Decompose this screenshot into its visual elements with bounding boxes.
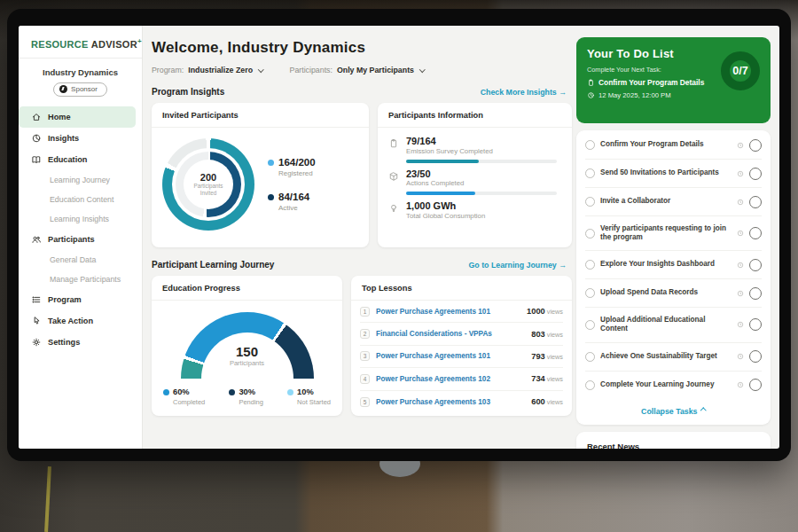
task-open-button[interactable] <box>749 318 762 331</box>
chevron-up-icon <box>701 408 707 413</box>
clock-icon <box>737 321 744 328</box>
task-row-upload-educational-content[interactable]: Upload Additional Educational Content <box>585 308 762 342</box>
dashboard-screen: RESOURCE ADVISOR+ Industry Dynamics Spon… <box>19 26 779 449</box>
learning-journey-header: Participant Learning Journey Go to Learn… <box>152 260 576 270</box>
gear-icon <box>31 337 42 348</box>
clock-icon <box>587 91 595 99</box>
sponsor-icon <box>59 85 67 93</box>
page-title: Welcome, Industry Dynamics <box>152 39 576 57</box>
clock-icon <box>737 381 744 388</box>
legend-item-pending: 30% Pending <box>229 387 263 406</box>
task-list-card: Confirm Your Program Details Send 50 Inv… <box>576 130 771 425</box>
task-checkbox[interactable] <box>585 288 595 298</box>
lesson-link[interactable]: Power Purchase Agreements 101 <box>376 308 520 316</box>
card-title: Top Lessons <box>351 276 572 301</box>
task-row-invite-collaborator[interactable]: Invite a Collaborator <box>585 188 762 216</box>
clock-icon <box>737 170 744 177</box>
rank-badge: 4 <box>360 374 370 384</box>
lesson-link[interactable]: Power Purchase Agreements 103 <box>376 398 525 406</box>
org-name: Industry Dynamics <box>19 67 142 77</box>
todo-panel: Your To Do List Complete Your Next Task:… <box>576 37 771 449</box>
go-to-learning-journey-link[interactable]: Go to Learning Journey → <box>469 261 567 270</box>
participants-select[interactable]: Participants: Only My Participants <box>290 66 425 74</box>
clipboard-icon <box>587 79 595 87</box>
card-title: Participants Information <box>378 103 572 128</box>
task-checkbox[interactable] <box>585 168 595 178</box>
task-checkbox[interactable] <box>585 380 595 390</box>
actions-completed-progress-bar <box>406 192 557 195</box>
sidebar-item-manage-participants[interactable]: Manage Participants <box>19 270 142 289</box>
task-open-button[interactable] <box>749 196 762 208</box>
pending-dot <box>229 389 235 395</box>
clock-icon <box>737 199 744 206</box>
lesson-link[interactable]: Financial Considerations - VPPAs <box>376 330 525 338</box>
rank-badge: 3 <box>360 351 370 361</box>
gauge-center-value: 150 <box>181 344 314 359</box>
rank-badge: 2 <box>360 329 370 339</box>
sidebar-item-insights[interactable]: Insights <box>19 128 142 149</box>
program-select[interactable]: Program: Industrialize Zero <box>152 66 263 74</box>
list-icon <box>31 294 42 305</box>
donut-center-value: 200 <box>200 172 216 183</box>
education-progress-card: Education Progress 150 Participants 60 <box>152 276 342 416</box>
task-row-verify-participants[interactable]: Verify participants requesting to join t… <box>585 216 762 251</box>
registered-dot <box>268 160 274 166</box>
donut-legend: 164/200 Registered 84/164 Active <box>268 157 316 212</box>
sidebar-item-general-data[interactable]: General Data <box>19 250 142 270</box>
task-open-button[interactable] <box>749 227 762 239</box>
learning-cards-row: Education Progress 150 Participants 60 <box>152 276 576 416</box>
recent-news-title: Recent News <box>587 442 760 449</box>
participants-icon <box>31 234 42 245</box>
task-open-button[interactable] <box>749 168 762 180</box>
participants-label: Participants: <box>290 66 332 74</box>
clock-icon <box>737 230 744 237</box>
collapse-tasks-link[interactable]: Collapse Tasks <box>585 399 762 420</box>
task-row-upload-spend-data[interactable]: Upload Spend Data Records <box>585 279 762 308</box>
task-row-send-invitations[interactable]: Send 50 Invitations to Participants <box>585 160 762 188</box>
task-row-explore-insights[interactable]: Explore Your Insights Dashboard <box>585 251 762 279</box>
lesson-row: 1 Power Purchase Agreements 101 1000view… <box>360 301 563 323</box>
sponsor-badge[interactable]: Sponsor <box>53 82 107 97</box>
lesson-row: 5 Power Purchase Agreements 103 600views <box>360 391 563 413</box>
task-checkbox[interactable] <box>585 352 595 362</box>
active-dot <box>268 194 274 200</box>
lesson-link[interactable]: Power Purchase Agreements 102 <box>376 375 525 383</box>
sidebar-item-participants[interactable]: Participants <box>19 229 142 250</box>
program-insights-header: Program Insights Check More Insights → <box>152 87 576 97</box>
sidebar-item-settings[interactable]: Settings <box>19 332 142 353</box>
task-checkbox[interactable] <box>585 260 595 270</box>
task-row-complete-learning-journey[interactable]: Complete Your Learning Journey <box>585 372 762 399</box>
book-icon <box>31 154 42 165</box>
stat-global-consumption: 1,000 GWh Total Global Consumption <box>388 200 561 220</box>
task-checkbox[interactable] <box>585 140 595 150</box>
clock-icon <box>737 142 744 149</box>
insights-icon <box>31 133 42 144</box>
task-open-button[interactable] <box>749 379 762 391</box>
sidebar-item-home[interactable]: Home <box>19 106 136 128</box>
app-logo: RESOURCE ADVISOR+ <box>19 26 142 59</box>
sidebar-item-learning-journey[interactable]: Learning Journey <box>19 170 142 190</box>
due-date: 12 May 2025, 12:00 PM <box>587 91 760 99</box>
sidebar-item-program[interactable]: Program <box>19 289 142 310</box>
sidebar-item-education[interactable]: Education <box>19 149 142 170</box>
cube-icon <box>388 171 399 182</box>
task-open-button[interactable] <box>749 287 762 300</box>
task-row-achieve-sustainability-target[interactable]: Achieve One Sustainability Target <box>585 343 762 372</box>
lesson-row: 4 Power Purchase Agreements 102 734views <box>360 368 563 390</box>
task-open-button[interactable] <box>749 350 762 363</box>
task-checkbox[interactable] <box>585 229 595 239</box>
check-more-insights-link[interactable]: Check More Insights → <box>481 88 567 97</box>
sidebar-item-learning-insights[interactable]: Learning Insights <box>19 209 142 229</box>
sidebar-item-education-content[interactable]: Education Content <box>19 190 142 209</box>
lesson-link[interactable]: Power Purchase Agreements 101 <box>376 352 525 360</box>
emission-survey-progress-bar <box>406 160 557 163</box>
task-checkbox[interactable] <box>585 197 595 207</box>
sidebar-item-take-action[interactable]: Take Action <box>19 310 142 332</box>
invited-participants-donut-chart: 200 Participants Invited <box>162 138 254 231</box>
task-open-button[interactable] <box>749 259 762 271</box>
task-checkbox[interactable] <box>585 320 595 330</box>
task-row-confirm-program[interactable]: Confirm Your Program Details <box>585 131 762 160</box>
task-open-button[interactable] <box>749 139 762 152</box>
clock-icon <box>737 262 744 269</box>
legend-item-registered: 164/200 Registered <box>268 157 316 177</box>
